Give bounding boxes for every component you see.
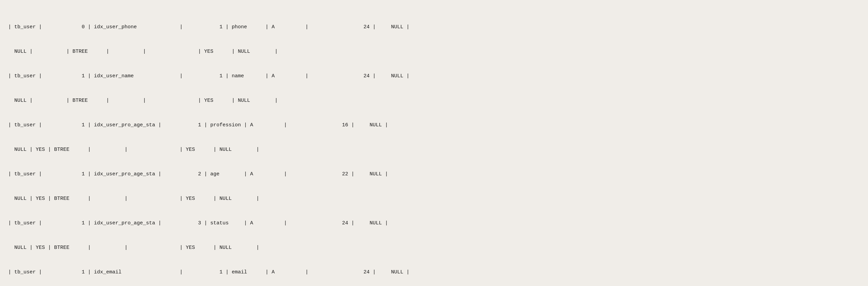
line-2: NULL | | BTREE | | | YES | NULL |: [8, 48, 860, 56]
line-10: NULL | YES | BTREE | | | YES | NULL |: [8, 244, 860, 252]
line-11: | tb_user | 1 | idx_email | 1 | email | …: [8, 268, 860, 276]
line-9: | tb_user | 1 | idx_user_pro_age_sta | 3…: [8, 219, 860, 227]
line-6: NULL | YES | BTREE | | | YES | NULL |: [8, 146, 860, 154]
line-4: NULL | | BTREE | | | YES | NULL |: [8, 97, 860, 105]
line-1: | tb_user | 0 | idx_user_phone | 1 | pho…: [8, 23, 860, 31]
line-3: | tb_user | 1 | idx_user_name | 1 | name…: [8, 72, 860, 80]
line-7: | tb_user | 1 | idx_user_pro_age_sta | 2…: [8, 170, 860, 178]
terminal-output: | tb_user | 0 | idx_user_phone | 1 | pho…: [8, 7, 860, 286]
line-8: NULL | YES | BTREE | | | YES | NULL |: [8, 195, 860, 203]
line-5: | tb_user | 1 | idx_user_pro_age_sta | 1…: [8, 121, 860, 129]
